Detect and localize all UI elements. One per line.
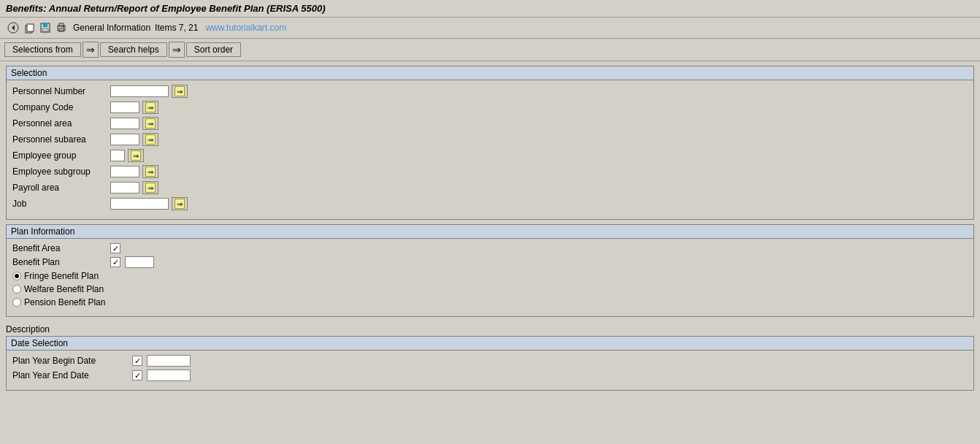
personnel-number-input[interactable] (110, 85, 169, 97)
field-row-payroll-area: Payroll area ⇒ (12, 180, 968, 196)
plan-year-begin-date-checkbox[interactable]: ✓ (132, 356, 142, 366)
selection-section-body: Personnel Number ⇒ Company Code ⇒ (7, 80, 973, 219)
benefit-plan-label: Benefit Plan (12, 257, 107, 267)
plan-information-body: Benefit Area ✓ Benefit Plan ✓ Fringe Ben… (7, 239, 973, 316)
field-row-employee-subgroup: Employee subgroup ⇒ (12, 164, 968, 180)
plan-year-end-date-row: Plan Year End Date ✓ (12, 368, 968, 383)
toolbar-icons (6, 20, 69, 35)
arrow-inner: ⇒ (175, 86, 185, 96)
tab-sort-order-label[interactable]: Sort order (186, 42, 241, 57)
arrow-inner: ⇒ (145, 118, 156, 129)
date-selection-header: Date Selection (7, 337, 973, 351)
benefit-plan-input[interactable] (125, 256, 154, 268)
welfare-benefit-plan-label: Welfare Benefit Plan (24, 284, 104, 294)
fringe-benefit-plan-row: Fringe Benefit Plan (12, 269, 968, 283)
plan-information-section: Plan Information Benefit Area ✓ Benefit … (6, 224, 974, 317)
benefit-area-row: Benefit Area ✓ (12, 242, 968, 255)
welfare-benefit-plan-row: Welfare Benefit Plan (12, 283, 968, 296)
employee-group-label: Employee group (12, 150, 107, 161)
tab-selections-from-label[interactable]: Selections from (4, 42, 81, 57)
print-icon[interactable] (54, 20, 69, 35)
toolbar: General Information Items 7, 21 www.tuto… (0, 18, 980, 39)
tab-search-helps-label[interactable]: Search helps (100, 42, 167, 57)
field-row-personnel-number: Personnel Number ⇒ (12, 83, 968, 99)
company-code-input[interactable] (110, 102, 139, 113)
plan-year-begin-date-row: Plan Year Begin Date ✓ (12, 353, 968, 368)
tab-arrow-1[interactable]: ⇒ (83, 42, 99, 58)
arrow-inner: ⇒ (145, 166, 156, 177)
svg-marker-1 (12, 25, 15, 31)
personnel-area-label: Personnel area (12, 118, 107, 129)
personnel-area-input[interactable] (110, 118, 139, 129)
tab-selections-from[interactable]: Selections from (4, 42, 81, 58)
employee-subgroup-arrow[interactable]: ⇒ (142, 165, 158, 178)
plan-information-header: Plan Information (7, 225, 973, 239)
field-row-personnel-area: Personnel area ⇒ (12, 115, 968, 131)
pension-benefit-plan-radio[interactable] (12, 298, 21, 307)
content-area: Selection Personnel Number ⇒ Company Cod… (0, 61, 980, 399)
payroll-area-label: Payroll area (12, 183, 107, 193)
job-label: Job (12, 199, 107, 209)
copy-icon[interactable] (22, 20, 37, 35)
date-selection-body: Plan Year Begin Date ✓ Plan Year End Dat… (7, 351, 973, 390)
plan-year-begin-date-label: Plan Year Begin Date (12, 356, 129, 366)
field-row-personnel-subarea: Personnel subarea ⇒ (12, 131, 968, 148)
fringe-benefit-plan-label: Fringe Benefit Plan (24, 271, 99, 281)
tab-sort-order[interactable]: Sort order (186, 42, 241, 58)
fringe-benefit-plan-radio[interactable] (12, 272, 21, 280)
title-bar: Benefits: Annual Return/Report of Employ… (0, 0, 980, 18)
payroll-area-input[interactable] (110, 182, 139, 194)
employee-group-input[interactable] (110, 150, 125, 161)
benefit-plan-row: Benefit Plan ✓ (12, 255, 968, 269)
welfare-benefit-plan-radio[interactable] (12, 285, 21, 294)
personnel-subarea-arrow[interactable]: ⇒ (142, 133, 158, 146)
plan-year-end-date-label: Plan Year End Date (12, 370, 129, 380)
tab-bar: Selections from ⇒ Search helps ⇒ Sort or… (0, 39, 980, 61)
plan-year-end-date-checkbox[interactable]: ✓ (132, 370, 142, 380)
tab-arrow-2[interactable]: ⇒ (169, 42, 185, 58)
personnel-area-arrow[interactable]: ⇒ (142, 117, 158, 130)
svg-rect-5 (43, 23, 47, 27)
company-code-label: Company Code (12, 102, 107, 112)
svg-rect-3 (27, 24, 34, 31)
employee-subgroup-label: Employee subgroup (12, 166, 107, 177)
svg-rect-6 (42, 28, 48, 31)
items-count: Items 7, 21 (155, 23, 198, 33)
watermark: www.tutorialkart.com (205, 23, 286, 33)
personnel-number-label: Personnel Number (12, 86, 107, 96)
svg-point-10 (63, 26, 64, 28)
benefit-area-checkbox[interactable]: ✓ (110, 243, 120, 253)
description-label: Description (6, 321, 974, 336)
selection-section: Selection Personnel Number ⇒ Company Cod… (6, 66, 974, 220)
personnel-number-arrow[interactable]: ⇒ (172, 85, 188, 98)
field-row-employee-group: Employee group ⇒ (12, 148, 968, 164)
arrow-inner: ⇒ (131, 150, 141, 161)
arrow-inner: ⇒ (145, 134, 156, 145)
plan-year-begin-date-input[interactable] (147, 355, 191, 367)
employee-subgroup-input[interactable] (110, 166, 139, 177)
benefit-area-label: Benefit Area (12, 243, 107, 253)
personnel-subarea-label: Personnel subarea (12, 134, 107, 145)
personnel-subarea-input[interactable] (110, 134, 139, 145)
page-title: Benefits: Annual Return/Report of Employ… (6, 3, 326, 14)
field-row-job: Job ⇒ (12, 196, 968, 212)
arrow-inner: ⇒ (145, 102, 156, 112)
pension-benefit-plan-row: Pension Benefit Plan (12, 296, 968, 309)
back-icon[interactable] (6, 20, 20, 35)
plan-year-end-date-input[interactable] (147, 370, 191, 381)
benefit-plan-checkbox[interactable]: ✓ (110, 257, 120, 267)
payroll-area-arrow[interactable]: ⇒ (142, 181, 158, 194)
arrow-inner: ⇒ (145, 183, 156, 193)
field-row-company-code: Company Code ⇒ (12, 99, 968, 115)
arrow-inner: ⇒ (175, 199, 185, 209)
job-arrow[interactable]: ⇒ (172, 197, 188, 210)
date-selection-section: Date Selection Plan Year Begin Date ✓ Pl… (6, 336, 974, 391)
pension-benefit-plan-label: Pension Benefit Plan (24, 297, 105, 307)
selection-section-header: Selection (7, 66, 973, 80)
save-icon[interactable] (38, 20, 53, 35)
tab-search-helps[interactable]: Search helps (100, 42, 167, 58)
employee-group-arrow[interactable]: ⇒ (128, 149, 144, 162)
company-code-arrow[interactable]: ⇒ (142, 101, 158, 114)
general-information-label: General Information (73, 23, 150, 33)
job-input[interactable] (110, 198, 169, 210)
